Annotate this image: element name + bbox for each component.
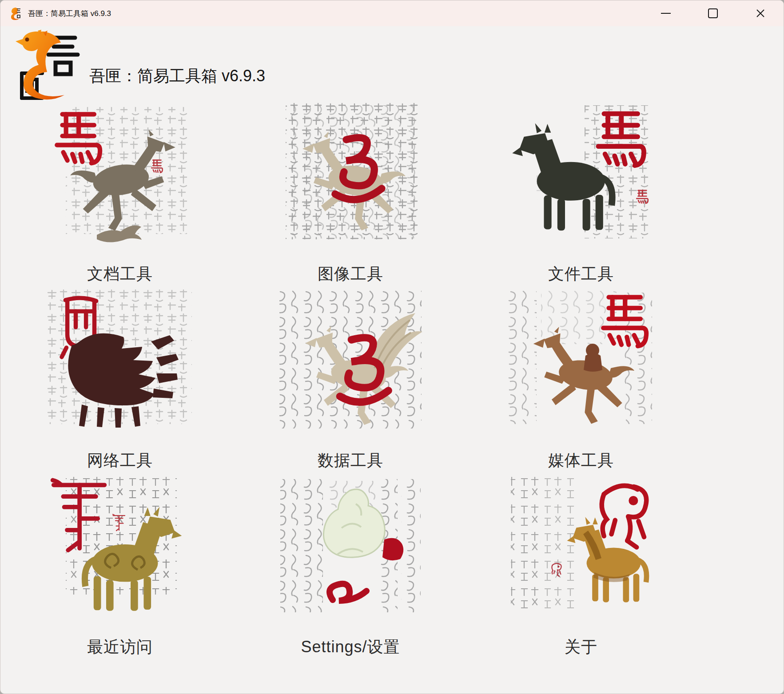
close-button[interactable]: [750, 3, 771, 24]
stone-winged-horse-artwork: [275, 288, 426, 435]
jade-bronze-horse-with-spirals-artwork: [44, 475, 195, 621]
bronze-flying-horse-artwork: [44, 102, 195, 248]
app-window: 吾匣：简易工具箱 v6.9.3 吾匣：简易工具箱 v6.9.3: [0, 0, 784, 694]
minimize-icon: [661, 13, 671, 14]
app-logo-dragon-icon: [12, 30, 85, 103]
tool-item-network-tools[interactable]: 网络工具: [5, 288, 235, 475]
tool-grid: 文档工具 图像工具 文件工具: [5, 102, 696, 661]
maximize-button[interactable]: [703, 3, 723, 24]
amber-jade-standing-horse-artwork: [505, 475, 657, 621]
fresco-horse-and-rider-artwork: [505, 288, 657, 435]
close-icon: [756, 8, 765, 18]
page-title: 吾匣：简易工具箱 v6.9.3: [89, 65, 265, 87]
tool-item-image-tools[interactable]: 图像工具: [235, 102, 466, 288]
stone-relief-galloping-horse-artwork: [275, 102, 426, 248]
tool-label: 图像工具: [318, 263, 383, 285]
tool-item-file-tools[interactable]: 文件工具: [466, 102, 696, 288]
tool-label: 最近访问: [87, 636, 153, 658]
white-jade-crouching-figure-artwork: [275, 475, 426, 621]
dark-bronze-standing-horse-artwork: [505, 102, 657, 248]
tool-label: 媒体工具: [548, 450, 614, 472]
tool-item-data-tools[interactable]: 数据工具: [235, 288, 466, 475]
tool-label: 数据工具: [318, 450, 383, 472]
window-title: 吾匣：简易工具箱 v6.9.3: [28, 8, 111, 19]
maroon-lacquer-horse-group-artwork: [44, 288, 195, 435]
app-icon: [10, 7, 22, 20]
tool-item-document-tools[interactable]: 文档工具: [5, 102, 235, 288]
tool-label: 文档工具: [87, 263, 153, 285]
tool-item-media-tools[interactable]: 媒体工具: [466, 288, 696, 475]
tool-label: 网络工具: [87, 450, 153, 472]
minimize-button[interactable]: [656, 3, 676, 24]
tool-label: 关于: [565, 636, 597, 658]
tool-label: Settings/设置: [301, 636, 400, 658]
maximize-icon: [708, 8, 718, 18]
tool-item-recent-access[interactable]: 最近访问: [5, 475, 235, 661]
tool-item-about[interactable]: 关于: [466, 475, 696, 661]
tool-item-settings[interactable]: Settings/设置: [235, 475, 466, 661]
tool-label: 文件工具: [548, 263, 614, 285]
